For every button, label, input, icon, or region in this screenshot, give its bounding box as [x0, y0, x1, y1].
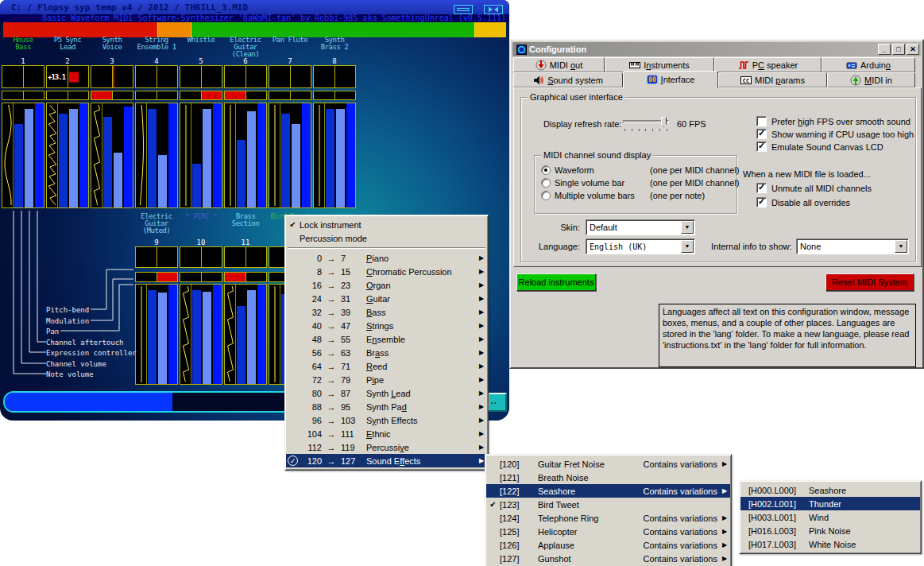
internal-info-combobox[interactable]: None ▼ [796, 238, 909, 254]
close-icon[interactable]: ✕ [907, 44, 919, 55]
midi-channel-strip[interactable]: BrassSection11 [224, 213, 267, 385]
refresh-rate-slider[interactable] [623, 117, 669, 131]
tab-pc-speaker[interactable]: PC speaker [714, 57, 822, 72]
minimize-icon[interactable]: _ [878, 44, 891, 55]
tab-arduino[interactable]: Arduino [822, 57, 915, 72]
contains-variations-label: Contains variations [643, 459, 717, 469]
close-icon[interactable] [484, 2, 503, 12]
interface-icon: 00 [647, 74, 658, 85]
menu-item-white-noise[interactable]: [H017.L003]White Noise [740, 537, 920, 551]
menu-item-ethnic[interactable]: 104→111Ethnic▶ [286, 427, 487, 440]
menu-item-lock-instrument[interactable]: ✔Lock instrument [286, 218, 487, 231]
reset-midi-system-button[interactable]: Reset MIDI System [825, 273, 914, 291]
volume-bar [148, 290, 157, 384]
chevron-down-icon[interactable]: ▼ [895, 240, 907, 253]
channel-display [180, 284, 222, 385]
menu-item-guitar-fret-noise[interactable]: [120]Guitar Fret NoiseContains variation… [486, 457, 730, 471]
slider-ticks [624, 129, 667, 131]
menu-item-synth-effects[interactable]: 96→103Synth Effects▶ [286, 413, 487, 427]
checkbox-emulate-sound-canvas-lcd[interactable]: ✓Emulate Sound Canvas LCD [756, 142, 883, 152]
midi-channel-strip[interactable]: P5 SyncLead2+13.1 [46, 37, 89, 208]
menu-item-piano[interactable]: 0→7Piano▶ [286, 251, 487, 265]
channel-label-line: Lead [46, 44, 89, 51]
midi-channel-strip[interactable]: HouseBass1 [2, 37, 44, 208]
category-label: Sound Effects [366, 456, 476, 466]
menu-item-percussion-mode[interactable]: Percussion mode [286, 231, 487, 245]
menu-item-pink-noise[interactable]: [H016.L003]Pink Noise [740, 524, 920, 537]
channel-instrument-label: StringEnsemble 1 [135, 37, 178, 57]
midi-channel-strip[interactable]: ElectricGuitar(Muted)9 [135, 213, 178, 385]
slider-tick [639, 129, 640, 131]
channel-number: 9 [135, 238, 178, 246]
midi-channel-strip[interactable]: Pan Flute7 [269, 37, 311, 208]
variation-label: Wind [809, 513, 920, 522]
tab-midi-params[interactable]: CCMIDI params [718, 72, 827, 87]
menu-item-seashore[interactable]: [122]SeashoreContains variations▶ [486, 484, 730, 498]
radio-waveform[interactable]: Waveform(one per MIDI channel) [541, 165, 732, 175]
menu-item-thunder[interactable]: [H002.L001]Thunder [740, 497, 920, 510]
menu-item-strings[interactable]: 40→47Strings▶ [286, 319, 487, 332]
maximize-icon[interactable]: □ [892, 44, 905, 55]
menu-item-brass[interactable]: 56→63Brass▶ [286, 346, 487, 359]
checkbox-prefer-high-fps-over-smooth-so[interactable]: Prefer high FPS over smooth sound [756, 116, 910, 126]
slider-thumb[interactable] [661, 117, 667, 127]
midi-channel-strip[interactable]: * PERC *10 [180, 213, 222, 385]
tab-midi-out[interactable]: MIDI out [513, 57, 605, 72]
aftertouch-cell [68, 91, 89, 99]
tab-midi-in[interactable]: MIDI in [827, 72, 915, 87]
minimize-icon[interactable] [454, 2, 473, 12]
waveform-display [136, 285, 147, 384]
menu-item-ensemble[interactable]: 48→55Ensemble▶ [286, 332, 487, 346]
label-post: thnic [372, 429, 390, 439]
midi-channel-strip[interactable]: ElectricGuitar(Clean)6 [224, 37, 267, 208]
volume-bar [114, 153, 122, 207]
channel-label-line: Section [224, 220, 267, 227]
instrument-label: Guitar Fret Noise [538, 459, 643, 469]
midi-channel-strip[interactable]: SynthBrass 28 [313, 37, 356, 208]
skin-combobox[interactable]: Default ▼ [586, 219, 695, 235]
song-progress-bar[interactable] [3, 22, 506, 37]
menu-item-percussive[interactable]: 112→119Percussive▶ [286, 440, 487, 454]
checkbox-nandisable-all-overrides[interactable]: ✓Disable all overrides [756, 197, 850, 207]
menu-item-telephone-ring[interactable]: [124]Telephone RingContains variations▶ [486, 511, 730, 525]
tab-sound-system[interactable]: Sound system [513, 72, 623, 87]
menu-item-helicopter[interactable]: [125]HelicopterContains variations▶ [486, 525, 730, 538]
menu-item-pipe[interactable]: 72→79Pipe▶ [286, 373, 487, 386]
checkbox-show-warning-if-cpu-usage-too-[interactable]: ✓Show warning if CPU usage too high [756, 129, 914, 139]
menu-item-gunshot[interactable]: [127]GunshotContains variations▶ [486, 552, 730, 565]
chevron-down-icon[interactable]: ▼ [681, 240, 694, 253]
menu-item-guitar[interactable]: 24→31Guitar▶ [286, 292, 487, 305]
language-combobox[interactable]: English (UK) ▼ [586, 238, 695, 254]
menu-item-chromatic-percussion[interactable]: 8→15Chromatic Percussion▶ [286, 265, 487, 278]
config-titlebar[interactable]: Configuration _ □ ✕ [512, 42, 921, 56]
menu-item-applause[interactable]: [126]ApplauseContains variations▶ [486, 538, 730, 552]
radio-multiple-volume-bars[interactable]: Multiple volume bars(one per note) [541, 191, 732, 200]
tab-interface[interactable]: 00Interface [623, 71, 718, 89]
midi-channel-strip[interactable]: Whistle5 [180, 37, 222, 208]
menu-item-seashore[interactable]: [H000.L000]Seashore [740, 483, 920, 497]
checkbox-nanunmute-all-midi-channels[interactable]: ✓Unmute all MIDI channels [756, 183, 872, 193]
menu-item-synth-lead[interactable]: 80→87Synth Lead▶ [286, 386, 487, 400]
corner-grip-button[interactable] [488, 393, 507, 412]
menu-item-reed[interactable]: 64→71Reed▶ [286, 359, 487, 373]
chevron-down-icon[interactable]: ▼ [681, 221, 694, 234]
radio-circle [541, 191, 551, 200]
range-end: 87 [341, 389, 366, 398]
menu-item-sound-effects[interactable]: ✓120→127Sound Effects▶ [286, 454, 487, 467]
reload-instruments-button[interactable]: Reload instruments [516, 273, 596, 291]
checkbox-label: Disable all overrides [771, 198, 850, 207]
midi-channel-strip[interactable]: SynthVoice3 [91, 37, 133, 208]
menu-item-bass[interactable]: 32→39Bass▶ [286, 305, 487, 319]
main-titlebar[interactable]: C: / Flopsy syp temp v4 / 2012 / THRILL_… [0, 0, 509, 14]
submenu-arrow-icon: ▶ [476, 403, 487, 410]
radio-single-volume-bar[interactable]: Single volume bar(one per MIDI channel) [541, 178, 732, 188]
menu-item-synth-pad[interactable]: 88→95Synth Pad▶ [286, 400, 487, 413]
midi-channel-strip[interactable]: StringEnsemble 14 [135, 37, 178, 208]
program-number: [123] [500, 500, 538, 510]
submenu-arrow-icon: ▶ [476, 349, 487, 356]
menu-item-wind[interactable]: [H003.L001]Wind [740, 510, 920, 524]
menu-item-organ[interactable]: 16→23Organ▶ [286, 278, 487, 292]
menu-item-bird-tweet[interactable]: ✔[123]Bird Tweet [486, 498, 730, 511]
range-end: 31 [341, 294, 366, 304]
menu-item-breath-noise[interactable]: [121]Breath Noise [486, 471, 730, 484]
